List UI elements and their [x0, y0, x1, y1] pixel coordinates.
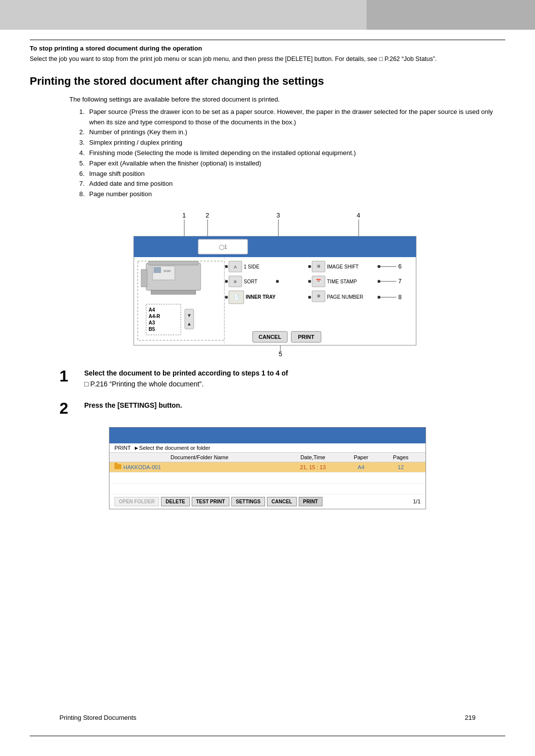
diagram-svg: 1 2 3 4 ◯1	[109, 208, 426, 361]
file-diag-breadcrumb: PRINT ►Select the document or folder	[109, 443, 426, 453]
svg-point-38	[225, 280, 228, 283]
step2-text: Press the [SETTINGS] button.	[84, 401, 182, 409]
svg-text:≡: ≡	[234, 279, 237, 284]
svg-text:TIME STAMP: TIME STAMP	[327, 279, 357, 284]
divider-top	[30, 40, 505, 40]
svg-text:INNER TRAY: INNER TRAY	[246, 294, 276, 300]
diagram-area: 1 2 3 4 ◯1	[109, 208, 426, 363]
svg-rect-12	[141, 270, 147, 287]
settings-button[interactable]: SETTINGS	[231, 497, 265, 506]
svg-rect-5	[134, 236, 416, 257]
svg-text:⊞: ⊞	[317, 294, 321, 298]
svg-text:A4: A4	[149, 307, 155, 313]
top-bar-right	[367, 0, 535, 30]
list-item: Added date and time position	[79, 179, 505, 189]
main-heading: Printing the stored document after chang…	[30, 75, 505, 88]
list-item: Simplex printing / duplex printing	[79, 138, 505, 148]
list-item: Paper exit (Available when the finisher …	[79, 159, 505, 169]
svg-text:CANCEL: CANCEL	[259, 334, 281, 340]
svg-text:▼: ▼	[187, 313, 192, 318]
svg-point-56	[377, 296, 380, 299]
page-count: 1/1	[413, 498, 421, 504]
file-diag-empty-row	[109, 484, 426, 494]
step1-ref: □ P.216 “Printing the whole document”.	[84, 380, 204, 388]
svg-rect-14	[154, 267, 161, 273]
footer-right: 219	[465, 714, 476, 721]
col-header-name: Document/Folder Name	[114, 454, 284, 460]
svg-rect-10	[149, 261, 198, 265]
svg-text:1 SIDE: 1 SIDE	[244, 264, 260, 270]
list-item: Page number position	[79, 189, 505, 200]
list-item: Image shift position	[79, 169, 505, 179]
file-diagram: PRINT ►Select the document or folder Doc…	[109, 427, 426, 509]
svg-text:scan: scan	[163, 269, 171, 272]
stop-section-body: Select the job you want to stop from the…	[30, 54, 505, 64]
svg-text:SORT: SORT	[244, 279, 258, 284]
file-list-row: HAKKODA-001 21, 15 : 13 A4 12	[109, 462, 426, 473]
svg-point-54	[308, 296, 311, 299]
file-diag-empty-row	[109, 473, 426, 484]
step1-text-bold: Select the document to be printed accord…	[84, 369, 288, 377]
svg-text:6: 6	[398, 263, 402, 270]
svg-point-43	[308, 280, 311, 283]
file-diag-header: Document/Folder Name Date,Time Paper Pag…	[109, 453, 426, 462]
svg-text:PAGE NUMBER: PAGE NUMBER	[327, 294, 363, 300]
intro-text: The following settings are available bef…	[69, 96, 505, 103]
delete-button[interactable]: DELETE	[161, 497, 189, 506]
top-bar	[0, 0, 535, 30]
diagram-num-1: 1	[182, 212, 186, 219]
svg-text:8: 8	[398, 294, 402, 301]
file-row-name: HAKKODA-001	[114, 464, 284, 470]
svg-text:⊞: ⊞	[317, 264, 321, 269]
step1-number: 1	[59, 368, 79, 390]
file-diag-blue-bar	[109, 428, 426, 443]
svg-text:A3: A3	[149, 320, 155, 325]
file-row-date: 21, 15 : 13	[284, 464, 341, 470]
diagram-num-3: 3	[276, 212, 280, 219]
svg-point-31	[308, 265, 311, 268]
svg-point-40	[276, 280, 279, 283]
svg-text:IMAGE SHIFT: IMAGE SHIFT	[327, 264, 359, 270]
file-diag-buttons: OPEN FOLDER DELETE TEST PRINT SETTINGS C…	[109, 494, 426, 509]
footer-left: Printing Stored Documents	[59, 714, 136, 721]
svg-text:📄: 📄	[234, 294, 240, 300]
file-row-pages: 12	[381, 464, 421, 470]
test-print-button[interactable]: TEST PRINT	[192, 497, 229, 506]
svg-rect-11	[151, 290, 196, 294]
folder-icon	[114, 464, 121, 469]
svg-text:7: 7	[398, 278, 402, 285]
svg-text:PRINT: PRINT	[298, 334, 315, 340]
svg-text:📅: 📅	[316, 278, 321, 283]
svg-text:B5: B5	[149, 326, 155, 332]
col-header-date: Date,Time	[284, 454, 341, 460]
divider-bottom	[30, 736, 505, 736]
file-row-paper: A4	[341, 464, 381, 470]
cancel-button[interactable]: CANCEL	[267, 497, 297, 506]
svg-point-45	[377, 280, 380, 283]
step1-content: Select the document to be printed accord…	[84, 368, 288, 390]
stop-section-title: To stop printing a stored document durin…	[30, 45, 505, 52]
diagram-num-4: 4	[357, 212, 360, 219]
list-item: Finishing mode (Selecting the mode is li…	[79, 148, 505, 159]
print-button[interactable]: PRINT	[299, 497, 322, 506]
step1-section: 1 Select the document to be printed acco…	[59, 368, 505, 390]
page-container: To stop printing a stored document durin…	[0, 0, 535, 756]
open-folder-button[interactable]: OPEN FOLDER	[114, 497, 159, 506]
col-header-paper: Paper	[341, 454, 381, 460]
step2-number: 2	[59, 400, 79, 417]
numbered-list: Paper source (Press the drawer icon to b…	[79, 107, 505, 200]
list-item: Number of printings (Key them in.)	[79, 127, 505, 138]
svg-text:A: A	[234, 265, 237, 270]
svg-point-33	[377, 265, 380, 268]
stop-section: To stop printing a stored document durin…	[30, 45, 505, 64]
svg-text:▲: ▲	[187, 321, 192, 326]
col-header-pages: Pages	[381, 454, 421, 460]
svg-text:A4-R: A4-R	[149, 314, 160, 319]
list-item: Paper source (Press the drawer icon to b…	[79, 107, 505, 128]
step2-content: Press the [SETTINGS] button.	[84, 400, 182, 417]
content-area: To stop printing a stored document durin…	[30, 45, 505, 729]
svg-point-50	[225, 296, 228, 299]
diagram-num-2: 2	[206, 212, 209, 219]
svg-text:◯1: ◯1	[219, 244, 227, 250]
step2-section: 2 Press the [SETTINGS] button.	[59, 400, 505, 417]
